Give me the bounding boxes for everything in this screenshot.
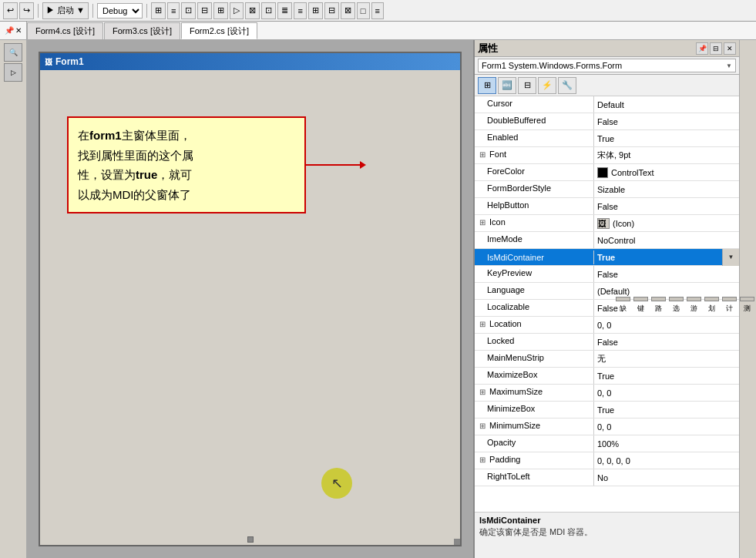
prop-row-ismdicontainer[interactable]: IsMdiContainer True ▼: [475, 249, 739, 266]
prop-row-helpbutton[interactable]: HelpButton False: [475, 198, 739, 215]
edge-btn-8[interactable]: 缺: [616, 297, 630, 301]
toolbar-btn-2[interactable]: ≡: [167, 2, 180, 19]
tab-bar: 📌 ✕ Form4.cs [设计] Form3.cs [设计] Form2.cs…: [0, 22, 756, 40]
tab-form4[interactable]: Form4.cs [设计]: [27, 22, 103, 39]
edge-btn-1[interactable]: 测: [740, 297, 754, 301]
designer-area: 🖼 Form1 在form1主窗体里面，找到属性里面的这个属性，设置为true，…: [27, 40, 473, 558]
prop-row-mainmenustrip[interactable]: MainMenuStrip 无: [475, 351, 739, 368]
edge-btn-7[interactable]: 键: [633, 297, 648, 301]
minimumsize-expand-icon[interactable]: ⊞: [478, 422, 487, 430]
prop-row-opacity[interactable]: Opacity 100%: [475, 435, 739, 452]
prop-row-minimizebox[interactable]: MinimizeBox True: [475, 402, 739, 418]
prop-row-icon[interactable]: ⊞ Icon 🖼 (Icon): [475, 215, 739, 232]
prop-row-location[interactable]: ⊞ Location 0, 0: [475, 317, 739, 334]
location-expand-icon[interactable]: ⊞: [478, 320, 487, 328]
toolbar-redo[interactable]: ↪: [19, 2, 34, 19]
object-selector[interactable]: Form1 System.Windows.Forms.Form ▼: [478, 59, 736, 72]
prop-val-formborderstyle: Sizable: [594, 181, 739, 197]
prop-key-keypreview: KeyPreview: [475, 266, 594, 282]
prop-key-forecolor: ForeColor: [475, 164, 594, 180]
categorized-view-button[interactable]: ⊞: [478, 77, 496, 94]
debug-dropdown[interactable]: Debug: [97, 3, 143, 18]
object-selector-row: Form1 System.Windows.Forms.Form ▼: [475, 57, 739, 75]
prop-val-ismdicontainer: True: [594, 250, 722, 264]
edge-btn-6[interactable]: 路: [651, 297, 666, 301]
events-button[interactable]: ⚡: [538, 77, 556, 94]
prop-row-cursor[interactable]: Cursor Default: [475, 96, 739, 113]
left-sidebar: 🔍 ▷: [0, 40, 27, 558]
prop-row-maximizebox[interactable]: MaximizeBox True: [475, 368, 739, 385]
prop-row-keypreview[interactable]: KeyPreview False: [475, 266, 739, 283]
toolbar-separator-3: [146, 4, 147, 18]
form-body[interactable]: 在form1主窗体里面，找到属性里面的这个属性，设置为true，就可以成为MDI…: [40, 70, 460, 545]
toolbar-btn-4[interactable]: ⊟: [197, 2, 212, 19]
panel-header-buttons: 📌 ⊟ ✕: [696, 42, 736, 55]
prop-key-enabled: Enabled: [475, 130, 594, 146]
toolbar-btn-13[interactable]: ⊠: [341, 2, 355, 19]
font-expand-icon[interactable]: ⊞: [478, 150, 487, 159]
alphabetical-view-button[interactable]: 🔤: [498, 77, 516, 94]
edge-btn-5[interactable]: 选: [669, 297, 684, 301]
toolbar-btn-10[interactable]: ≡: [294, 2, 306, 19]
pin-icon[interactable]: 📌: [5, 26, 14, 35]
start-button[interactable]: ▶ 启动 ▼: [42, 2, 89, 19]
toolbar-btn-6[interactable]: ▷: [230, 2, 244, 19]
prop-val-maximizebox: True: [594, 368, 739, 384]
prop-val-imemode: NoControl: [594, 232, 739, 248]
cursor-indicator: ↖: [321, 468, 352, 499]
main-layout: 🔍 ▷ 🖼 Form1 在form1主窗体里面，找到属性里面的这个属性，设置为t…: [0, 40, 756, 558]
edge-btn-4[interactable]: 游: [687, 297, 701, 301]
edge-btn-2[interactable]: 计: [722, 297, 737, 301]
icon-expand-icon[interactable]: ⊞: [478, 218, 487, 227]
prop-row-forecolor[interactable]: ForeColor ControlText: [475, 164, 739, 181]
toolbar-button-5[interactable]: 🔧: [558, 77, 576, 94]
toolbar-btn-5[interactable]: ⊞: [213, 2, 228, 19]
prop-row-imemode[interactable]: ImeMode NoControl: [475, 232, 739, 249]
prop-val-location: 0, 0: [594, 317, 739, 333]
prop-row-enabled[interactable]: Enabled True: [475, 130, 739, 147]
prop-key-helpbutton: HelpButton: [475, 198, 594, 214]
close-panel-button[interactable]: ✕: [724, 42, 736, 55]
toolbar-separator-1: [38, 4, 39, 18]
prop-row-padding[interactable]: ⊞ Padding 0, 0, 0, 0: [475, 452, 739, 469]
annotation-text: 在form1主窗体里面，找到属性里面的这个属性，设置为true，就可以成为MDI…: [78, 129, 193, 201]
toolbar-btn-1[interactable]: ⊞: [151, 2, 166, 19]
prop-key-language: Language: [475, 283, 594, 299]
prop-row-righttoleft[interactable]: RightToLeft No: [475, 469, 739, 486]
form-resize-handle[interactable]: [454, 539, 460, 545]
prop-row-maximumsize[interactable]: ⊞ MaximumSize 0, 0: [475, 385, 739, 402]
prop-row-font[interactable]: ⊞ Font 宋体, 9pt: [475, 147, 739, 164]
sidebar-icon-2[interactable]: ▷: [4, 63, 22, 82]
prop-row-localizable[interactable]: Localizable False: [475, 300, 739, 317]
edge-btn-3[interactable]: 划: [704, 297, 719, 301]
prop-row-doublebuffered[interactable]: DoubleBuffered False: [475, 113, 739, 130]
maximumsize-expand-icon[interactable]: ⊞: [478, 388, 487, 396]
toolbar-btn-3[interactable]: ⊡: [181, 2, 196, 19]
prop-row-minimumsize[interactable]: ⊞ MinimumSize 0, 0: [475, 418, 739, 435]
toolbar-btn-12[interactable]: ⊟: [324, 2, 339, 19]
properties-title: 属性: [478, 42, 498, 55]
toolbar-btn-14[interactable]: □: [357, 2, 370, 19]
toolbar-btn-15[interactable]: ≡: [371, 2, 384, 19]
prop-row-locked[interactable]: Locked False: [475, 334, 739, 351]
toolbar-btn-8[interactable]: ⊡: [261, 2, 276, 19]
prop-val-keypreview: False: [594, 266, 739, 282]
prop-key-localizable: Localizable: [475, 300, 594, 316]
pin-panel-button[interactable]: 📌: [696, 42, 708, 55]
toolbar-btn-7[interactable]: ⊠: [245, 2, 260, 19]
sidebar-icon-1[interactable]: 🔍: [4, 43, 22, 62]
padding-expand-icon[interactable]: ⊞: [478, 455, 487, 464]
properties-button[interactable]: ⊟: [518, 77, 536, 94]
toolbar-btn-9[interactable]: ≣: [277, 2, 292, 19]
tab-form3[interactable]: Form3.cs [设计]: [104, 22, 180, 39]
close-sidebar-icon[interactable]: ✕: [15, 26, 22, 35]
prop-val-minimizebox: True: [594, 402, 739, 418]
right-edge-panel: 测 计 划 游 选 路 键 缺: [739, 40, 756, 558]
prop-key-minimumsize: ⊞ MinimumSize: [475, 418, 594, 435]
tab-form2[interactable]: Form2.cs [设计]: [181, 22, 257, 39]
prop-row-formborderstyle[interactable]: FormBorderStyle Sizable: [475, 181, 739, 198]
float-panel-button[interactable]: ⊟: [710, 42, 722, 55]
ismdi-dropdown-arrow[interactable]: ▼: [722, 249, 739, 266]
toolbar-btn-11[interactable]: ⊞: [308, 2, 323, 19]
toolbar-undo[interactable]: ↩: [3, 2, 18, 19]
